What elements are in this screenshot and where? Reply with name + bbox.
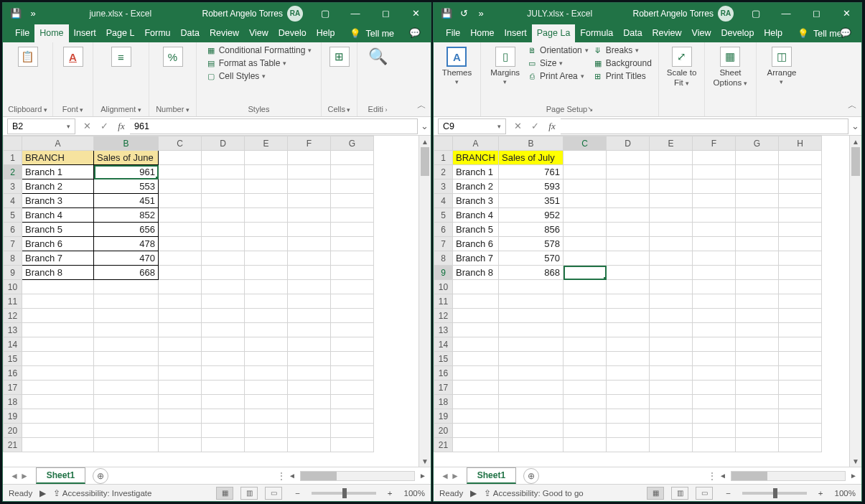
cell-E13[interactable] — [650, 323, 693, 337]
row-header-17[interactable]: 17 — [434, 381, 453, 395]
cell-A17[interactable] — [22, 381, 94, 395]
cell-C1[interactable] — [159, 151, 202, 165]
cell-A14[interactable] — [453, 337, 499, 352]
cell-H6[interactable] — [779, 223, 822, 237]
cell-A10[interactable] — [22, 280, 94, 294]
cell-G11[interactable] — [331, 294, 374, 309]
cell-B19[interactable] — [94, 409, 159, 424]
cell-F11[interactable] — [693, 294, 736, 309]
col-header-G[interactable]: G — [331, 136, 374, 151]
cell-C8[interactable] — [564, 251, 607, 266]
row-header-15[interactable]: 15 — [434, 352, 453, 366]
zoom-in-button[interactable]: + — [818, 489, 823, 498]
cell-C17[interactable] — [159, 381, 202, 395]
cell-G11[interactable] — [736, 294, 779, 309]
cell-E4[interactable] — [245, 194, 288, 208]
row-header-19[interactable]: 19 — [434, 409, 453, 424]
formula-input[interactable]: 961 — [130, 118, 418, 134]
cell-G15[interactable] — [331, 352, 374, 366]
pagebreak-view-button[interactable]: ▭ — [696, 487, 713, 500]
row-header-3[interactable]: 3 — [4, 179, 22, 194]
account-button[interactable]: Robert Angelo TorresRA — [632, 6, 734, 22]
cell-A6[interactable]: Branch 5 — [22, 223, 94, 237]
minimize-button[interactable]: — — [771, 3, 801, 24]
cell-F14[interactable] — [693, 337, 736, 352]
cell-C13[interactable] — [159, 323, 202, 337]
cell-F5[interactable] — [693, 208, 736, 223]
cell-C17[interactable] — [564, 381, 607, 395]
cell-A18[interactable] — [22, 395, 94, 409]
menu-view[interactable]: View — [687, 24, 716, 42]
cell-E20[interactable] — [650, 424, 693, 438]
col-header-F[interactable]: F — [693, 136, 736, 151]
menu-data[interactable]: Data — [176, 24, 205, 42]
col-header-C[interactable]: C — [159, 136, 202, 151]
cell-C8[interactable] — [159, 251, 202, 266]
number-button[interactable]: % — [160, 45, 186, 68]
cell-E20[interactable] — [245, 424, 288, 438]
cell-F18[interactable] — [693, 395, 736, 409]
hscroll-left-icon[interactable]: ◄ — [718, 472, 728, 480]
worksheet-grid[interactable]: ABCDEFG1BRANCHSales of June2Branch 19613… — [3, 136, 419, 467]
cell-H13[interactable] — [779, 323, 822, 337]
select-all[interactable] — [4, 136, 22, 151]
cell-E7[interactable] — [245, 237, 288, 251]
row-header-14[interactable]: 14 — [434, 337, 453, 352]
cell-B18[interactable] — [94, 395, 159, 409]
cell-G2[interactable] — [736, 165, 779, 179]
menu-develop[interactable]: Develop — [716, 24, 759, 42]
cell-E18[interactable] — [650, 395, 693, 409]
cell-H1[interactable] — [779, 151, 822, 165]
cell-C10[interactable] — [159, 280, 202, 294]
cell-A3[interactable]: Branch 2 — [453, 179, 499, 194]
row-header-2[interactable]: 2 — [4, 165, 22, 179]
cell-H15[interactable] — [779, 352, 822, 366]
cell-G14[interactable] — [736, 337, 779, 352]
cell-D20[interactable] — [202, 424, 245, 438]
cell-D10[interactable] — [607, 280, 650, 294]
cell-D10[interactable] — [202, 280, 245, 294]
alignment-button[interactable]: ≡ — [108, 45, 134, 68]
row-header-4[interactable]: 4 — [434, 194, 453, 208]
cell-A5[interactable]: Branch 4 — [22, 208, 94, 223]
minimize-button[interactable]: — — [340, 3, 370, 24]
new-sheet-button[interactable]: ⊕ — [93, 468, 108, 484]
menu-pagela[interactable]: Page La — [532, 24, 576, 42]
cell-E7[interactable] — [650, 237, 693, 251]
cell-B10[interactable] — [499, 280, 564, 294]
menu-insert[interactable]: Insert — [500, 24, 532, 42]
cell-D5[interactable] — [607, 208, 650, 223]
cell-D19[interactable] — [202, 409, 245, 424]
row-header-13[interactable]: 13 — [434, 323, 453, 337]
cell-E11[interactable] — [245, 294, 288, 309]
col-header-F[interactable]: F — [288, 136, 331, 151]
cell-G6[interactable] — [331, 223, 374, 237]
cell-C1[interactable] — [564, 151, 607, 165]
cell-G4[interactable] — [736, 194, 779, 208]
cell-C14[interactable] — [564, 337, 607, 352]
cell-D3[interactable] — [202, 179, 245, 194]
cell-C20[interactable] — [159, 424, 202, 438]
cell-E14[interactable] — [245, 337, 288, 352]
cell-B20[interactable] — [94, 424, 159, 438]
cell-C20[interactable] — [564, 424, 607, 438]
cell-C7[interactable] — [159, 237, 202, 251]
cell-D9[interactable] — [607, 266, 650, 280]
row-header-17[interactable]: 17 — [4, 381, 22, 395]
cell-D13[interactable] — [607, 323, 650, 337]
row-header-14[interactable]: 14 — [4, 337, 22, 352]
macro-icon[interactable]: ▶ — [470, 488, 477, 498]
zoom-slider[interactable] — [312, 492, 376, 495]
cell-C2[interactable] — [159, 165, 202, 179]
col-header-E[interactable]: E — [650, 136, 693, 151]
cell-A21[interactable] — [453, 438, 499, 452]
row-header-7[interactable]: 7 — [434, 237, 453, 251]
cell-F12[interactable] — [288, 309, 331, 323]
cell-B16[interactable] — [499, 366, 564, 381]
cell-F9[interactable] — [288, 266, 331, 280]
cell-B11[interactable] — [499, 294, 564, 309]
cell-G4[interactable] — [331, 194, 374, 208]
zoom-level[interactable]: 100% — [835, 489, 856, 498]
cell-H2[interactable] — [779, 165, 822, 179]
cell-A7[interactable]: Branch 6 — [22, 237, 94, 251]
